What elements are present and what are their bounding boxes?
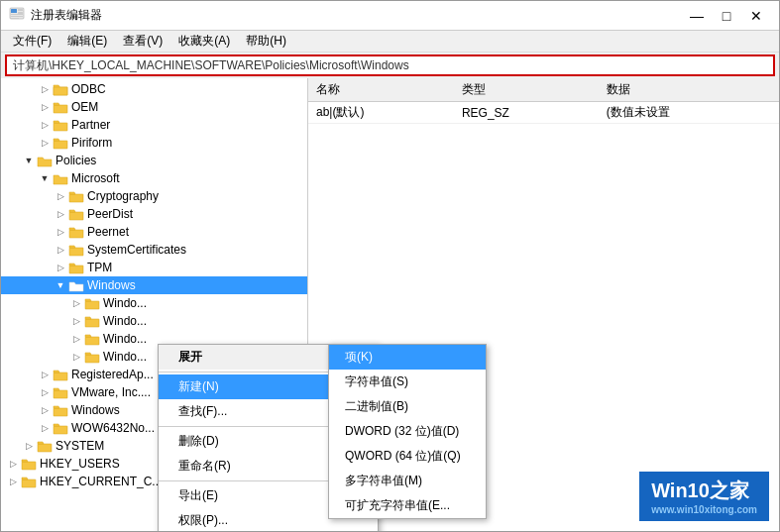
- tree-item[interactable]: ▷ PeerDist: [1, 205, 307, 223]
- svg-rect-2: [18, 9, 23, 11]
- tree-item[interactable]: ▼ Microsoft: [1, 169, 307, 187]
- expand-icon: ▷: [37, 402, 53, 418]
- svg-rect-7: [54, 87, 67, 95]
- submenu-item-expandable[interactable]: 可扩充字符串值(E...: [329, 493, 486, 518]
- expand-icon: ▼: [53, 277, 68, 293]
- tree-label: TPM: [87, 261, 112, 274]
- tree-label: Piriform: [71, 136, 112, 150]
- cell-type: REG_SZ: [454, 102, 599, 124]
- folder-open-icon: [53, 171, 68, 185]
- tree-label: Peernet: [87, 225, 129, 239]
- expand-icon: ▷: [68, 295, 84, 311]
- watermark-text: Win10之家: [651, 479, 749, 501]
- cell-data: (数值未设置: [599, 102, 779, 124]
- folder-icon: [68, 225, 84, 239]
- folder-icon: [53, 403, 68, 417]
- tree-item[interactable]: ▷ Partner: [1, 116, 307, 134]
- ctx-item-label: 查找(F)...: [178, 403, 227, 420]
- addressbar[interactable]: 计算机\HKEY_LOCAL_MACHINE\SOFTWARE\Policies…: [5, 54, 775, 76]
- ctx-item-label: 重命名(R): [178, 458, 231, 475]
- tree-item-cryptography[interactable]: ▷ Cryptography: [1, 187, 307, 205]
- svg-rect-20: [54, 372, 67, 380]
- expand-icon: ▷: [37, 99, 53, 115]
- tree-item[interactable]: ▷ TPM: [1, 259, 307, 276]
- titlebar-controls: — □ ✕: [682, 1, 771, 31]
- folder-icon: [53, 136, 68, 150]
- tree-label: HKEY_CURRENT_C...: [40, 475, 162, 488]
- expand-icon: ▼: [21, 153, 37, 168]
- tree-item[interactable]: ▷ OEM: [1, 98, 307, 116]
- table-row[interactable]: ab|(默认) REG_SZ (数值未设置: [308, 102, 779, 124]
- svg-rect-18: [85, 337, 99, 345]
- expand-icon: ▷: [53, 206, 68, 222]
- svg-rect-16: [85, 301, 99, 309]
- tree-item[interactable]: ▷ Windo...: [1, 294, 307, 312]
- tree-label: ODBC: [71, 82, 106, 96]
- maximize-button[interactable]: □: [712, 1, 741, 31]
- submenu-item-multistring[interactable]: 多字符串值(M): [329, 469, 486, 493]
- svg-rect-24: [38, 444, 52, 452]
- expand-icon: ▷: [5, 474, 21, 489]
- tree-label: WOW6432No...: [71, 421, 155, 435]
- menubar: 文件(F) 编辑(E) 查看(V) 收藏夹(A) 帮助(H): [1, 31, 779, 53]
- tree-item[interactable]: ▷ Windo...: [1, 312, 307, 330]
- folder-icon: [53, 100, 68, 114]
- svg-rect-5: [11, 16, 23, 17]
- submenu-item-dword[interactable]: DWORD (32 位)值(D): [329, 419, 486, 444]
- svg-rect-25: [22, 462, 36, 470]
- svg-rect-3: [18, 12, 23, 14]
- app-title: 注册表编辑器: [31, 7, 102, 24]
- tree-label: VMware, Inc....: [71, 385, 151, 399]
- tree-item[interactable]: ▷ ODBC: [1, 80, 307, 98]
- svg-rect-17: [85, 319, 99, 327]
- folder-icon: [53, 82, 68, 96]
- svg-rect-15: [69, 266, 83, 273]
- svg-rect-26: [22, 479, 36, 487]
- svg-rect-12: [69, 212, 83, 220]
- minimize-button[interactable]: —: [682, 1, 712, 31]
- menu-favorites[interactable]: 收藏夹(A): [170, 31, 238, 52]
- tree-item[interactable]: ▷ SystemCertificates: [1, 241, 307, 259]
- tree-item[interactable]: ▷ Peernet: [1, 223, 307, 241]
- folder-open-icon: [37, 154, 53, 167]
- tree-label: SystemCertificates: [87, 243, 186, 257]
- svg-rect-19: [85, 355, 99, 363]
- tree-label: Cryptography: [87, 189, 159, 203]
- folder-icon: [84, 350, 100, 364]
- folder-icon: [21, 475, 37, 488]
- submenu-item-binary[interactable]: 二进制值(B): [329, 394, 486, 419]
- tree-label: Windo...: [103, 296, 147, 310]
- tree-item-windows-selected[interactable]: ▼ Windows: [1, 276, 307, 294]
- titlebar: 注册表编辑器 — □ ✕: [1, 1, 779, 31]
- expand-icon: ▷: [37, 135, 53, 151]
- menu-edit[interactable]: 编辑(E): [59, 31, 115, 52]
- ctx-item-label: 权限(P)...: [178, 512, 228, 529]
- folder-icon: [53, 385, 68, 399]
- menu-help[interactable]: 帮助(H): [238, 31, 294, 52]
- tree-label: Windows: [71, 403, 120, 417]
- main-content: ▷ ODBC ▷ OEM ▷: [1, 78, 779, 531]
- folder-icon: [53, 421, 68, 435]
- expand-icon: ▷: [53, 188, 68, 204]
- submenu-item-key[interactable]: 项(K): [329, 345, 486, 370]
- expand-icon: ▷: [37, 420, 53, 436]
- svg-rect-8: [54, 105, 67, 113]
- menu-view[interactable]: 查看(V): [115, 31, 170, 52]
- cell-name: ab|(默认): [308, 102, 454, 124]
- expand-icon: ▷: [53, 242, 68, 258]
- registry-table: 名称 类型 数据 ab|(默认) REG_SZ (数值未设置: [308, 78, 779, 124]
- svg-rect-1: [11, 9, 17, 13]
- menu-file[interactable]: 文件(F): [5, 31, 59, 52]
- tree-label: PeerDist: [87, 207, 133, 221]
- folder-icon: [21, 457, 37, 471]
- folder-icon: [53, 118, 68, 132]
- close-button[interactable]: ✕: [741, 1, 771, 31]
- svg-rect-6: [11, 18, 19, 19]
- expand-icon: ▷: [68, 313, 84, 329]
- submenu-item-qword[interactable]: QWORD (64 位)值(Q): [329, 444, 486, 469]
- submenu-item-string[interactable]: 字符串值(S): [329, 370, 486, 394]
- tree-item[interactable]: ▷ Piriform: [1, 134, 307, 152]
- svg-rect-10: [54, 141, 67, 149]
- folder-icon: [84, 314, 100, 328]
- tree-item[interactable]: ▼ Policies: [1, 152, 307, 169]
